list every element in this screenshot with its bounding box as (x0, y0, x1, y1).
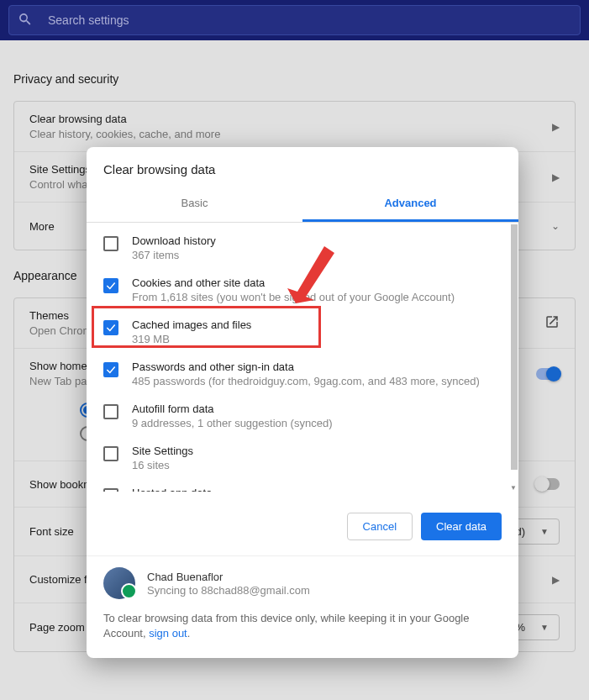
open-external-icon (544, 314, 560, 332)
checkbox-list[interactable]: Download history367 itemsCookies and oth… (98, 228, 513, 492)
row-label: More (29, 220, 55, 233)
avatar (103, 567, 135, 599)
checkbox[interactable] (103, 320, 118, 335)
chevron-down-icon: ⌄ (551, 220, 560, 232)
row-sub: Clear history, cookies, cache, and more (29, 128, 220, 140)
checkbox-label: Hosted app data (132, 487, 212, 492)
checkbox-sub: 16 sites (132, 459, 193, 471)
dropdown-icon: ▼ (540, 623, 549, 632)
scroll-down-icon[interactable]: ▼ (510, 484, 517, 492)
checkbox[interactable] (103, 362, 118, 377)
search-icon (18, 12, 48, 29)
checkbox-item[interactable]: Site Settings16 sites (98, 438, 507, 480)
checkbox-sub: 9 addresses, 1 other suggestion (synced) (132, 417, 332, 429)
row-label: Page zoom (29, 621, 85, 634)
checkbox[interactable] (103, 278, 118, 293)
account-name: Chad Buenaflor (147, 571, 310, 583)
note-text-end: . (187, 627, 191, 639)
dropdown-icon: ▼ (540, 527, 549, 536)
checkbox-item[interactable]: Hosted app data (98, 480, 507, 492)
scrollbar-thumb[interactable] (511, 224, 518, 470)
checkbox[interactable] (103, 488, 118, 492)
account-info: Chad Buenaflor Syncing to 88chad88@gmail… (87, 555, 518, 599)
checkbox[interactable] (103, 446, 118, 461)
checkbox-sub: 319 MB (132, 333, 251, 345)
checkbox-label: Autofill form data (132, 403, 332, 415)
tab-advanced[interactable]: Advanced (302, 187, 518, 222)
dialog-tabs: Basic Advanced (87, 187, 518, 223)
chevron-right-icon: ▶ (552, 574, 560, 586)
checkbox-label: Passwords and other sign-in data (132, 361, 480, 373)
checkbox-sub: 485 passwords (for thedroidguy.com, 9gag… (132, 375, 480, 387)
bookmarks-toggle[interactable] (536, 478, 560, 490)
dialog-title: Clear browsing data (87, 147, 518, 187)
checkbox-item[interactable]: Autofill form data9 addresses, 1 other s… (98, 396, 507, 438)
home-button-toggle[interactable] (536, 368, 560, 380)
cancel-button[interactable]: Cancel (347, 513, 413, 540)
checkbox-label: Cached images and files (132, 318, 251, 331)
dialog-body: ▲ ▼ Download history367 itemsCookies and… (87, 223, 518, 492)
checkbox-item[interactable]: Cookies and other site dataFrom 1,618 si… (98, 270, 507, 312)
checkbox-sub: 367 items (132, 249, 216, 261)
dialog-note: To clear browsing data from this device … (87, 599, 518, 658)
search-settings-input[interactable]: Search settings (8, 5, 581, 35)
checkbox[interactable] (103, 236, 118, 251)
privacy-section-title: Privacy and security (13, 72, 576, 86)
account-sync-status: Syncing to 88chad88@gmail.com (147, 584, 310, 597)
chevron-right-icon: ▶ (552, 121, 560, 133)
dialog-footer: Cancel Clear data (87, 492, 518, 555)
checkbox-item[interactable]: Passwords and other sign-in data485 pass… (98, 354, 507, 396)
sign-out-link[interactable]: sign out (149, 627, 187, 639)
chevron-right-icon: ▶ (552, 171, 560, 183)
checkbox[interactable] (103, 404, 118, 419)
row-label: Clear browsing data (29, 113, 220, 125)
checkbox-item[interactable]: Download history367 items (98, 228, 507, 270)
tab-basic[interactable]: Basic (87, 187, 302, 222)
clear-browsing-data-dialog: Clear browsing data Basic Advanced ▲ ▼ D… (87, 147, 518, 658)
row-label: Font size (29, 525, 74, 538)
search-placeholder: Search settings (48, 13, 129, 27)
checkbox-item[interactable]: Cached images and files319 MB (98, 312, 507, 354)
search-header: Search settings (0, 0, 589, 40)
checkbox-label: Cookies and other site data (132, 276, 455, 289)
checkbox-label: Download history (132, 234, 216, 247)
row-clear-browsing-data[interactable]: Clear browsing data Clear history, cooki… (14, 102, 575, 152)
clear-data-button[interactable]: Clear data (421, 513, 502, 540)
checkbox-sub: From 1,618 sites (you won't be signed ou… (132, 291, 455, 303)
checkbox-label: Site Settings (132, 445, 193, 457)
